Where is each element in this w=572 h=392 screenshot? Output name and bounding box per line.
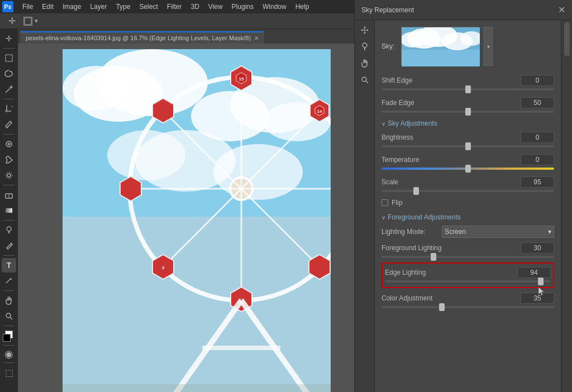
- sky-panel-tools: [355, 29, 375, 392]
- auto-select-label: ▾: [35, 17, 38, 25]
- menu-3d[interactable]: 3D: [186, 2, 203, 12]
- brightness-value[interactable]: 0: [521, 132, 554, 143]
- svg-line-71: [366, 81, 368, 83]
- svg-line-2: [6, 88, 10, 93]
- flip-row: Flip: [382, 199, 554, 207]
- menu-file[interactable]: File: [18, 2, 37, 12]
- shift-edge-value[interactable]: 0: [521, 75, 554, 86]
- move-tool-options[interactable]: ✛: [4, 14, 19, 28]
- tab-close-btn[interactable]: ✕: [254, 35, 259, 41]
- sky-panel-body: Sky: ▾: [355, 29, 572, 392]
- shift-edge-label: Shift Edge: [382, 77, 412, 84]
- scroll-indicator[interactable]: [564, 29, 570, 56]
- menu-type[interactable]: Type: [111, 2, 135, 12]
- menu-view[interactable]: View: [204, 2, 227, 12]
- layer-option[interactable]: [23, 17, 32, 26]
- fade-edge-value[interactable]: 50: [521, 97, 554, 108]
- path-selection-tool[interactable]: [2, 274, 16, 288]
- temperature-value[interactable]: 0: [521, 154, 554, 165]
- rectangle-select-tool[interactable]: [2, 51, 16, 65]
- svg-point-3: [10, 86, 12, 88]
- sky-thumbnail[interactable]: [401, 29, 479, 66]
- svg-rect-19: [6, 208, 12, 213]
- menu-help[interactable]: Help: [291, 2, 314, 12]
- temperature-row: Temperature 0: [382, 154, 554, 165]
- lasso-tool[interactable]: [2, 66, 16, 81]
- text-icon: T: [7, 261, 12, 270]
- fade-edge-label: Fade Edge: [382, 99, 414, 107]
- sky-zoom-tool[interactable]: [358, 73, 372, 87]
- hand-tool[interactable]: [2, 293, 16, 308]
- brightness-slider[interactable]: [382, 145, 554, 147]
- color-swatches[interactable]: [3, 331, 15, 343]
- clone-stamp-tool[interactable]: [2, 168, 16, 183]
- shift-edge-slider[interactable]: [382, 88, 554, 90]
- color-adjustment-label: Color Adjustment: [382, 294, 432, 302]
- edge-lighting-slider[interactable]: [385, 280, 551, 283]
- scale-row: Scale 95: [382, 176, 554, 188]
- brush-tool[interactable]: [2, 152, 16, 167]
- move-tool[interactable]: ✛: [2, 31, 16, 46]
- sky-dropdown-btn[interactable]: ▾: [484, 29, 493, 66]
- flip-label: Flip: [392, 199, 402, 207]
- temperature-slider[interactable]: [382, 168, 554, 170]
- lighting-mode-select[interactable]: Screen ▾: [442, 226, 554, 238]
- menu-layer[interactable]: Layer: [85, 2, 111, 12]
- menu-edit[interactable]: Edit: [37, 2, 58, 12]
- svg-rect-1: [6, 55, 12, 61]
- healing-brush-tool[interactable]: [2, 137, 16, 151]
- sky-adjustments-header[interactable]: Sky Adjustments: [382, 119, 554, 127]
- magic-wand-tool[interactable]: [2, 82, 16, 97]
- fade-edge-slider[interactable]: [382, 111, 554, 113]
- dodge-tool[interactable]: [2, 223, 16, 237]
- svg-rect-0: [25, 18, 31, 25]
- sky-pan-tool[interactable]: [358, 56, 372, 70]
- menu-plugins[interactable]: Plugins: [227, 2, 258, 12]
- svg-text:3: 3: [162, 265, 165, 270]
- crop-tool[interactable]: [2, 102, 16, 116]
- scale-slider[interactable]: [382, 190, 554, 192]
- color-adjustment-slider[interactable]: [382, 306, 554, 308]
- brightness-row: Brightness 0: [382, 132, 554, 143]
- app-logo: Ps: [2, 1, 13, 12]
- edge-lighting-label: Edge Lighting: [385, 269, 426, 276]
- eraser-tool[interactable]: [2, 188, 16, 202]
- document-tab[interactable]: pexels-elina-volkova-18403914.jpg @ 16.7…: [20, 31, 264, 44]
- menu-filter[interactable]: Filter: [163, 2, 187, 12]
- menu-image[interactable]: Image: [58, 2, 85, 12]
- sky-move-tool[interactable]: [358, 29, 372, 37]
- pen-tool[interactable]: [2, 238, 16, 253]
- menu-select[interactable]: Select: [135, 2, 162, 12]
- zoom-tool[interactable]: [2, 309, 16, 323]
- svg-rect-73: [402, 50, 480, 66]
- cursor-indicator: [537, 286, 545, 298]
- svg-point-24: [6, 313, 11, 318]
- lighting-mode-row: Lighting Mode: Screen ▾: [382, 226, 554, 238]
- quick-mask-tool[interactable]: ◉: [4, 348, 13, 360]
- lighting-mode-dropdown-icon: ▾: [548, 228, 551, 236]
- scale-value[interactable]: 95: [521, 176, 554, 188]
- edge-lighting-value[interactable]: 94: [517, 267, 551, 278]
- edge-lighting-section: Edge Lighting 94: [382, 262, 554, 288]
- screen-mode[interactable]: ⬚: [3, 365, 16, 380]
- svg-point-22: [11, 243, 12, 245]
- lighting-mode-value: Screen: [445, 228, 466, 236]
- sky-adjustments-label: Sky Adjustments: [388, 119, 437, 127]
- foreground-lighting-label: Foreground Lighting: [382, 244, 441, 252]
- foreground-lighting-slider[interactable]: [382, 256, 554, 258]
- foreground-adjustments-label: Foreground Adjustments: [388, 213, 461, 221]
- brightness-label: Brightness: [382, 133, 413, 141]
- foreground-adjustments-header[interactable]: Foreground Adjustments: [382, 213, 554, 221]
- menu-window[interactable]: Window: [258, 2, 291, 12]
- svg-point-15: [7, 174, 11, 177]
- svg-point-70: [362, 77, 366, 82]
- svg-point-20: [7, 227, 11, 231]
- text-tool[interactable]: T: [2, 258, 16, 273]
- gradient-tool[interactable]: [2, 203, 16, 218]
- sky-brush-tool[interactable]: [358, 39, 372, 54]
- foreground-lighting-value[interactable]: 30: [521, 242, 554, 254]
- flip-checkbox[interactable]: [382, 199, 388, 206]
- color-adjustment-row: Color Adjustment 35: [382, 293, 554, 304]
- eyedropper-tool[interactable]: [2, 117, 16, 132]
- sky-label: Sky:: [382, 42, 394, 50]
